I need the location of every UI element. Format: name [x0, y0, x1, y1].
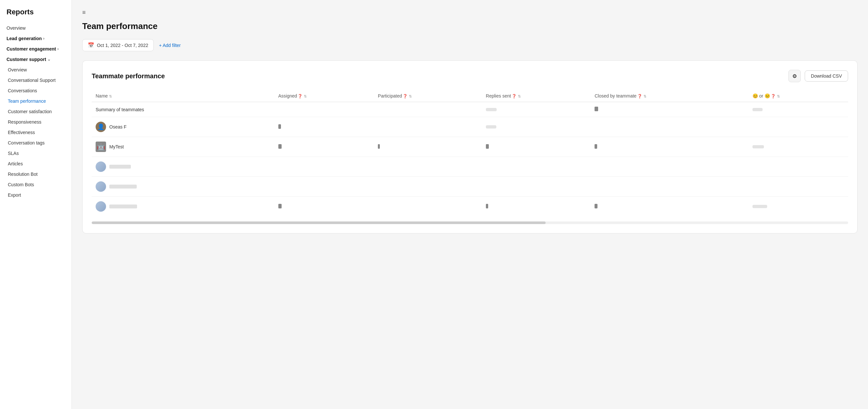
sidebar: Reports OverviewLead generation›Customer…: [0, 0, 72, 409]
chevron-icon: ›: [43, 36, 44, 41]
media-cell: [749, 117, 848, 137]
sidebar-item-conversation-tags[interactable]: Conversation tags: [0, 138, 71, 148]
sidebar-item-slas[interactable]: SLAs: [0, 148, 71, 158]
sort-icon[interactable]: ⇅: [304, 94, 307, 98]
data-bar: [378, 144, 380, 149]
help-icon[interactable]: ❓: [298, 94, 303, 98]
col-header-replies-sent[interactable]: Replies sent❓⇅: [482, 90, 591, 102]
col-label: Participated: [378, 93, 402, 98]
assigned-cell: [274, 177, 374, 197]
chevron-icon: ⌄: [47, 57, 51, 62]
sidebar-item-customer-engagement[interactable]: Customer engagement›: [0, 44, 71, 54]
data-bar: [278, 144, 282, 149]
col-header-name[interactable]: Name⇅: [92, 90, 274, 102]
name-cell-blurred3: [92, 197, 274, 217]
blurred-name: [109, 185, 137, 189]
data-bar: [278, 204, 282, 209]
avatar: [96, 181, 106, 192]
help-icon[interactable]: ❓: [771, 94, 776, 98]
add-filter-button[interactable]: + Add filter: [159, 43, 181, 48]
closed_by_teammate-cell: [591, 117, 748, 137]
sidebar-item-resolution-bot[interactable]: Resolution Bot: [0, 169, 71, 179]
filter-bar: 📅 Oct 1, 2022 - Oct 7, 2022 + Add filter: [82, 39, 858, 51]
col-header-😊-or-😐[interactable]: 😊 or 😐❓⇅: [749, 90, 848, 102]
sidebar-item-effectiveness[interactable]: Effectiveness: [0, 127, 71, 138]
data-bar: [752, 145, 764, 148]
main-content: ≡ Team performance 📅 Oct 1, 2022 - Oct 7…: [72, 0, 868, 409]
sidebar-item-conversations[interactable]: Conversations: [0, 86, 71, 96]
sidebar-label: Conversational Support: [8, 77, 56, 83]
scrollbar-thumb: [92, 221, 546, 224]
closed_by_teammate-cell: [591, 102, 748, 117]
col-header-participated[interactable]: Participated❓⇅: [374, 90, 482, 102]
help-icon[interactable]: ❓: [512, 94, 517, 98]
gear-icon: ⚙: [792, 73, 797, 79]
avatar: 👤: [96, 122, 106, 132]
name-cell-summary: Summary of teammates: [92, 102, 274, 117]
sort-icon[interactable]: ⇅: [518, 94, 521, 98]
col-label: Closed by teammate: [594, 93, 636, 98]
sidebar-label: Articles: [8, 161, 23, 166]
sort-icon[interactable]: ⇅: [644, 94, 646, 98]
replies_sent-cell: [482, 117, 591, 137]
page-title: Team performance: [82, 21, 858, 31]
sort-icon[interactable]: ⇅: [777, 94, 780, 98]
media-cell: [749, 197, 848, 217]
data-bar: [486, 125, 496, 128]
col-header-assigned[interactable]: Assigned❓⇅: [274, 90, 374, 102]
data-bar: [594, 204, 597, 209]
col-label: 😊 or 😐: [752, 93, 770, 98]
table-row: 👤 Oseas F: [92, 117, 848, 137]
name-cell-blurred1: [92, 157, 274, 177]
teammate-performance-card: Teammate performance ⚙ Download CSV Name…: [82, 60, 858, 233]
teammate-name: MyTest: [109, 144, 124, 149]
sidebar-item-custom-bots[interactable]: Custom Bots: [0, 179, 71, 190]
card-actions: ⚙ Download CSV: [788, 70, 848, 82]
performance-table: Name⇅Assigned❓⇅Participated❓⇅Replies sen…: [92, 90, 848, 216]
sidebar-item-team-performance[interactable]: Team performance: [0, 96, 71, 106]
sidebar-label: Customer support: [6, 57, 46, 62]
replies_sent-cell: [482, 157, 591, 177]
teammate-name: Oseas F: [109, 124, 127, 129]
table-row: Summary of teammates: [92, 102, 848, 117]
sidebar-item-export[interactable]: Export: [0, 190, 71, 200]
sidebar-item-conversational-support[interactable]: Conversational Support: [0, 75, 71, 86]
media-cell: [749, 102, 848, 117]
participated-cell: [374, 177, 482, 197]
date-filter[interactable]: 📅 Oct 1, 2022 - Oct 7, 2022: [82, 39, 154, 51]
sidebar-item-lead-generation[interactable]: Lead generation›: [0, 33, 71, 44]
horizontal-scrollbar[interactable]: [92, 221, 848, 224]
participated-cell: [374, 197, 482, 217]
calendar-icon: 📅: [88, 42, 94, 48]
participated-cell: [374, 117, 482, 137]
sidebar-label: Customer engagement: [6, 46, 56, 52]
replies_sent-cell: [482, 177, 591, 197]
settings-button[interactable]: ⚙: [788, 70, 801, 82]
card-header: Teammate performance ⚙ Download CSV: [92, 70, 848, 82]
sidebar-label: Resolution Bot: [8, 171, 37, 177]
assigned-cell: [274, 137, 374, 157]
sidebar-item-customer-satisfaction[interactable]: Customer satisfaction: [0, 106, 71, 117]
menu-icon[interactable]: ≡: [82, 9, 858, 16]
sidebar-item-customer-support[interactable]: Customer support⌄: [0, 54, 71, 65]
sort-icon[interactable]: ⇅: [109, 94, 112, 98]
sidebar-item-articles[interactable]: Articles: [0, 158, 71, 169]
participated-cell: [374, 137, 482, 157]
assigned-cell: [274, 117, 374, 137]
sort-icon[interactable]: ⇅: [409, 94, 412, 98]
sidebar-item-overview-sub[interactable]: Overview: [0, 65, 71, 75]
help-icon[interactable]: ❓: [637, 94, 642, 98]
replies_sent-cell: [482, 137, 591, 157]
help-icon[interactable]: ❓: [403, 94, 408, 98]
col-label: Replies sent: [486, 93, 511, 98]
media-cell: [749, 157, 848, 177]
sidebar-label: Export: [8, 192, 21, 198]
sidebar-item-overview-top[interactable]: Overview: [0, 23, 71, 33]
sidebar-item-responsiveness[interactable]: Responsiveness: [0, 117, 71, 127]
data-bar: [594, 107, 598, 111]
participated-cell: [374, 157, 482, 177]
sidebar-label: Conversations: [8, 88, 37, 93]
col-header-closed-by-teammate[interactable]: Closed by teammate❓⇅: [591, 90, 748, 102]
name-cell-mytest: 🤖 MyTest: [92, 137, 274, 157]
download-csv-button[interactable]: Download CSV: [805, 70, 848, 82]
